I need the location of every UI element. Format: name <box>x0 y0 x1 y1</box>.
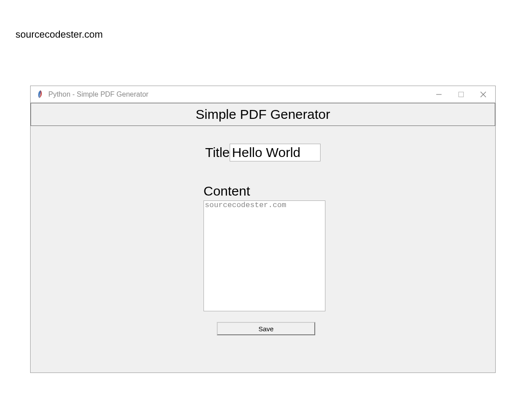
content-section: Content Save <box>203 184 495 335</box>
form-area: Title Content Save <box>31 126 495 335</box>
application-window: Python - Simple PDF Generator Simple PDF… <box>30 86 496 373</box>
maximize-icon[interactable] <box>457 90 465 98</box>
save-button[interactable]: Save <box>217 322 315 335</box>
app-heading: Simple PDF Generator <box>31 103 495 126</box>
content-textarea[interactable] <box>203 200 325 311</box>
svg-rect-1 <box>459 92 464 97</box>
title-input[interactable] <box>230 144 321 161</box>
window-controls <box>435 90 487 98</box>
title-label: Title <box>205 145 230 160</box>
title-row: Title <box>31 144 495 161</box>
close-icon[interactable] <box>479 90 487 98</box>
minimize-icon[interactable] <box>435 90 443 98</box>
window-title: Python - Simple PDF Generator <box>48 90 435 98</box>
page-source-label: sourcecodester.com <box>16 29 103 40</box>
tk-feather-icon <box>37 90 44 99</box>
content-label: Content <box>203 184 495 199</box>
window-titlebar[interactable]: Python - Simple PDF Generator <box>31 86 495 103</box>
